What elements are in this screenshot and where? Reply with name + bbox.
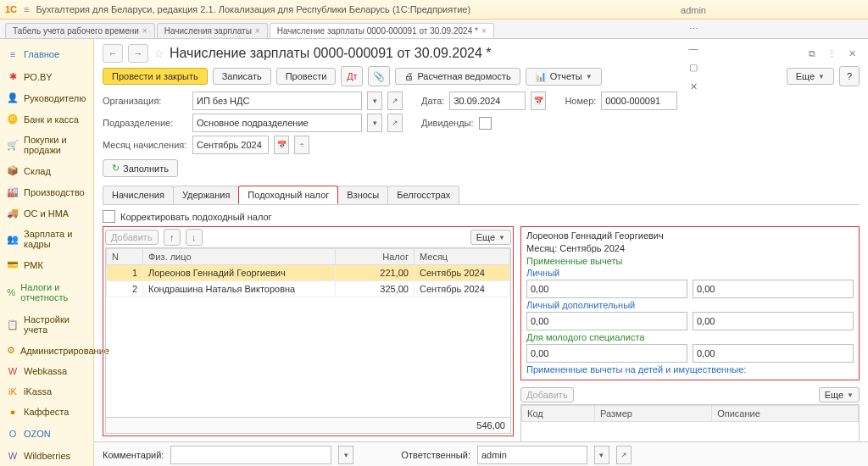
- sidebar-item[interactable]: %Налоги и отчетность: [0, 277, 93, 308]
- sidebar-item[interactable]: 📦Склад: [0, 160, 93, 181]
- nav-icon: iK: [7, 386, 19, 397]
- date-picker[interactable]: 📅: [531, 92, 546, 110]
- comment-input[interactable]: [170, 446, 331, 464]
- payslip-button[interactable]: 🖨Расчетная ведомость: [395, 68, 520, 85]
- sidebar-item[interactable]: WWebkassa: [0, 361, 93, 381]
- left-more-button[interactable]: Еще▼: [470, 230, 511, 245]
- link-icon[interactable]: ⧉: [805, 48, 819, 59]
- nav-icon: 🚚: [7, 208, 19, 219]
- more-button[interactable]: Еще▼: [787, 68, 834, 85]
- fill-button[interactable]: ↻Заполнить: [103, 159, 178, 177]
- add-row-button[interactable]: Добавить: [105, 230, 159, 245]
- org-input[interactable]: ИП без НДС: [192, 92, 362, 110]
- dep-dropdown[interactable]: ▾: [367, 114, 382, 132]
- deductions-grid[interactable]: КодРазмерОписание: [520, 404, 860, 441]
- resp-open[interactable]: ↗: [616, 446, 632, 464]
- comment-label: Комментарий:: [103, 450, 164, 460]
- nav-icon: ⚙: [7, 345, 15, 356]
- doc-tab[interactable]: Начисления зарплаты×: [157, 23, 268, 38]
- write-button[interactable]: Записать: [213, 68, 271, 85]
- sidebar-item[interactable]: ●Каффеста: [0, 402, 93, 422]
- sidebar-item[interactable]: 📋Настройки учета: [0, 309, 93, 340]
- extra-a[interactable]: 0,00: [526, 312, 687, 330]
- comment-dropdown[interactable]: ▾: [338, 446, 353, 464]
- ded-more-button[interactable]: Еще▼: [819, 387, 860, 402]
- org-dropdown[interactable]: ▾: [367, 92, 382, 110]
- sidebar-item[interactable]: ⚙Администрирование: [0, 340, 93, 361]
- date-label: Дата:: [421, 96, 444, 106]
- tax-grid[interactable]: N Физ. лицо Налог Месяц 1Лореонов Геннад…: [105, 247, 511, 418]
- more-icon[interactable]: ⋮: [824, 48, 840, 59]
- num-label: Номер:: [565, 96, 596, 106]
- user-label: admin: [681, 5, 706, 15]
- sidebar-item[interactable]: ≡Главное: [0, 44, 93, 64]
- resp-dropdown[interactable]: ▾: [594, 446, 609, 464]
- person-name: Лореонов Геннадий Георгиевич: [526, 230, 854, 241]
- sidebar-item[interactable]: 💳РМК: [0, 254, 93, 275]
- attach-icon[interactable]: 📎: [368, 66, 390, 86]
- dep-label: Подразделение:: [103, 118, 187, 128]
- correct-checkbox[interactable]: [103, 210, 115, 223]
- org-open[interactable]: ↗: [387, 92, 403, 110]
- month-picker[interactable]: 📅: [274, 136, 289, 154]
- personal-b[interactable]: 0,00: [693, 280, 854, 298]
- doc-tab[interactable]: Табель учета рабочего времени×: [5, 23, 155, 38]
- resp-input[interactable]: admin: [477, 446, 587, 464]
- post-button[interactable]: Провести: [276, 68, 337, 85]
- month-input[interactable]: Сентябрь 2024: [192, 136, 269, 154]
- extra-b[interactable]: 0,00: [693, 312, 854, 330]
- row-down[interactable]: ↓: [186, 229, 203, 246]
- app-title: Бухгалтерия для Беларуси, редакция 2.1. …: [36, 4, 517, 14]
- add-deduction-button[interactable]: Добавить: [520, 387, 574, 402]
- sidebar-item[interactable]: 🏭Производство: [0, 181, 93, 202]
- row-up[interactable]: ↑: [164, 229, 181, 246]
- favorite-icon[interactable]: ☆: [153, 47, 164, 60]
- settings-icon[interactable]: ⋯: [689, 24, 698, 35]
- dep-input[interactable]: Основное подразделение: [192, 114, 362, 132]
- dividends-checkbox[interactable]: [479, 117, 492, 130]
- sidebar-item[interactable]: 👥Зарплата и кадры: [0, 224, 93, 254]
- doc-tab[interactable]: Начисление зарплаты 0000-000091 от 30.09…: [270, 23, 494, 38]
- help-button[interactable]: ?: [839, 66, 860, 86]
- nav-icon: ≡: [7, 49, 19, 59]
- month-stepper[interactable]: ÷: [294, 136, 309, 154]
- young-b[interactable]: 0,00: [693, 344, 854, 363]
- sidebar-item[interactable]: WWildberries: [0, 446, 93, 466]
- subtab[interactable]: Белгосстрах: [387, 186, 459, 204]
- sidebar-item[interactable]: 🪙Банк и касса: [0, 108, 93, 130]
- org-label: Организация:: [103, 96, 187, 106]
- num-input[interactable]: 0000-000091: [601, 92, 677, 110]
- doc-close-icon[interactable]: ✕: [845, 48, 860, 59]
- nav-icon: 🛒: [7, 140, 19, 151]
- sidebar-item[interactable]: 🚚ОС и НМА: [0, 202, 93, 224]
- tab-close-icon[interactable]: ×: [142, 26, 147, 36]
- personal-a[interactable]: 0,00: [526, 280, 687, 298]
- details-panel: Лореонов Геннадий Георгиевич Месяц: Сент…: [520, 226, 860, 380]
- app-logo: 1С: [5, 4, 17, 14]
- sidebar-item[interactable]: 👤Руководителю: [0, 87, 93, 108]
- sidebar-item[interactable]: 🛒Покупки и продажи: [0, 130, 93, 160]
- table-row[interactable]: 2Кондрашина Наталья Викторовна325,00Сент…: [107, 281, 510, 297]
- sidebar-item[interactable]: iKiKassa: [0, 381, 93, 402]
- month-label: Месяц начисления:: [103, 140, 187, 150]
- dep-open[interactable]: ↗: [387, 114, 403, 132]
- menu-icon[interactable]: ≡: [24, 4, 29, 14]
- subtab[interactable]: Начисления: [103, 186, 174, 204]
- date-input[interactable]: 30.09.2024: [449, 92, 526, 110]
- sidebar-item[interactable]: OOZON: [0, 424, 93, 444]
- post-close-button[interactable]: Провести и закрыть: [103, 68, 208, 85]
- nav-icon: W: [7, 451, 19, 461]
- dk-icon[interactable]: Дт: [341, 66, 363, 86]
- young-a[interactable]: 0,00: [526, 344, 687, 363]
- nav-icon: 💳: [7, 259, 19, 270]
- reports-button[interactable]: 📊Отчеты▼: [526, 68, 602, 86]
- tab-close-icon[interactable]: ×: [481, 26, 487, 36]
- tab-close-icon[interactable]: ×: [255, 26, 260, 36]
- forward-button[interactable]: →: [128, 44, 148, 63]
- subtab[interactable]: Удержания: [173, 186, 239, 204]
- sidebar-item[interactable]: ✱PO.BY: [0, 66, 93, 87]
- subtab[interactable]: Подоходный налог: [238, 186, 338, 204]
- table-row[interactable]: 1Лореонов Геннадий Георгиевич221,00Сентя…: [107, 265, 510, 281]
- subtab[interactable]: Взносы: [337, 186, 388, 204]
- back-button[interactable]: ←: [103, 44, 123, 63]
